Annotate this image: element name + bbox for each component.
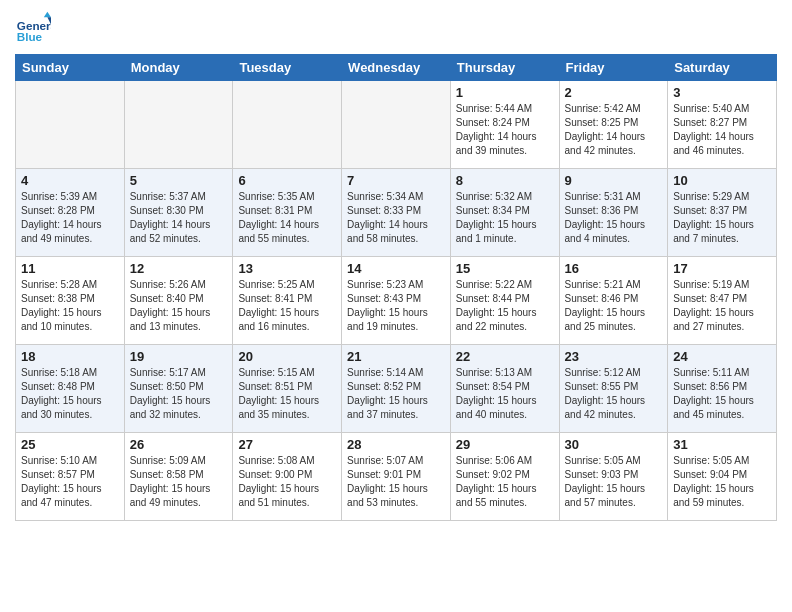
calendar-cell: 11Sunrise: 5:28 AM Sunset: 8:38 PM Dayli… (16, 257, 125, 345)
svg-marker-2 (44, 12, 51, 17)
day-number: 15 (456, 261, 554, 276)
day-number: 21 (347, 349, 445, 364)
calendar-week-1: 1Sunrise: 5:44 AM Sunset: 8:24 PM Daylig… (16, 81, 777, 169)
weekday-header-tuesday: Tuesday (233, 55, 342, 81)
day-info: Sunrise: 5:31 AM Sunset: 8:36 PM Dayligh… (565, 190, 663, 246)
day-number: 19 (130, 349, 228, 364)
calendar-cell: 6Sunrise: 5:35 AM Sunset: 8:31 PM Daylig… (233, 169, 342, 257)
day-number: 24 (673, 349, 771, 364)
day-number: 30 (565, 437, 663, 452)
day-info: Sunrise: 5:26 AM Sunset: 8:40 PM Dayligh… (130, 278, 228, 334)
calendar-table: SundayMondayTuesdayWednesdayThursdayFrid… (15, 54, 777, 521)
day-number: 11 (21, 261, 119, 276)
day-info: Sunrise: 5:44 AM Sunset: 8:24 PM Dayligh… (456, 102, 554, 158)
day-number: 17 (673, 261, 771, 276)
calendar-cell (233, 81, 342, 169)
day-number: 28 (347, 437, 445, 452)
day-info: Sunrise: 5:08 AM Sunset: 9:00 PM Dayligh… (238, 454, 336, 510)
calendar-body: 1Sunrise: 5:44 AM Sunset: 8:24 PM Daylig… (16, 81, 777, 521)
calendar-cell (124, 81, 233, 169)
day-info: Sunrise: 5:18 AM Sunset: 8:48 PM Dayligh… (21, 366, 119, 422)
weekday-header-friday: Friday (559, 55, 668, 81)
calendar-cell: 25Sunrise: 5:10 AM Sunset: 8:57 PM Dayli… (16, 433, 125, 521)
day-info: Sunrise: 5:15 AM Sunset: 8:51 PM Dayligh… (238, 366, 336, 422)
day-info: Sunrise: 5:23 AM Sunset: 8:43 PM Dayligh… (347, 278, 445, 334)
calendar-cell: 27Sunrise: 5:08 AM Sunset: 9:00 PM Dayli… (233, 433, 342, 521)
day-info: Sunrise: 5:05 AM Sunset: 9:04 PM Dayligh… (673, 454, 771, 510)
calendar-cell: 19Sunrise: 5:17 AM Sunset: 8:50 PM Dayli… (124, 345, 233, 433)
day-info: Sunrise: 5:22 AM Sunset: 8:44 PM Dayligh… (456, 278, 554, 334)
day-number: 6 (238, 173, 336, 188)
day-number: 31 (673, 437, 771, 452)
weekday-header-thursday: Thursday (450, 55, 559, 81)
day-info: Sunrise: 5:09 AM Sunset: 8:58 PM Dayligh… (130, 454, 228, 510)
calendar-cell: 12Sunrise: 5:26 AM Sunset: 8:40 PM Dayli… (124, 257, 233, 345)
calendar-cell: 22Sunrise: 5:13 AM Sunset: 8:54 PM Dayli… (450, 345, 559, 433)
day-number: 16 (565, 261, 663, 276)
day-info: Sunrise: 5:05 AM Sunset: 9:03 PM Dayligh… (565, 454, 663, 510)
day-info: Sunrise: 5:14 AM Sunset: 8:52 PM Dayligh… (347, 366, 445, 422)
calendar-cell: 4Sunrise: 5:39 AM Sunset: 8:28 PM Daylig… (16, 169, 125, 257)
calendar-cell: 17Sunrise: 5:19 AM Sunset: 8:47 PM Dayli… (668, 257, 777, 345)
calendar-cell: 26Sunrise: 5:09 AM Sunset: 8:58 PM Dayli… (124, 433, 233, 521)
day-info: Sunrise: 5:12 AM Sunset: 8:55 PM Dayligh… (565, 366, 663, 422)
day-info: Sunrise: 5:39 AM Sunset: 8:28 PM Dayligh… (21, 190, 119, 246)
logo-icon: General Blue (15, 10, 51, 46)
day-info: Sunrise: 5:40 AM Sunset: 8:27 PM Dayligh… (673, 102, 771, 158)
calendar-cell: 24Sunrise: 5:11 AM Sunset: 8:56 PM Dayli… (668, 345, 777, 433)
day-info: Sunrise: 5:17 AM Sunset: 8:50 PM Dayligh… (130, 366, 228, 422)
day-number: 1 (456, 85, 554, 100)
day-number: 12 (130, 261, 228, 276)
logo: General Blue (15, 10, 55, 46)
day-number: 13 (238, 261, 336, 276)
calendar-week-4: 18Sunrise: 5:18 AM Sunset: 8:48 PM Dayli… (16, 345, 777, 433)
day-info: Sunrise: 5:28 AM Sunset: 8:38 PM Dayligh… (21, 278, 119, 334)
calendar-cell: 1Sunrise: 5:44 AM Sunset: 8:24 PM Daylig… (450, 81, 559, 169)
calendar-cell: 14Sunrise: 5:23 AM Sunset: 8:43 PM Dayli… (342, 257, 451, 345)
day-number: 14 (347, 261, 445, 276)
day-number: 7 (347, 173, 445, 188)
calendar-cell: 13Sunrise: 5:25 AM Sunset: 8:41 PM Dayli… (233, 257, 342, 345)
day-info: Sunrise: 5:07 AM Sunset: 9:01 PM Dayligh… (347, 454, 445, 510)
page-header: General Blue (15, 10, 777, 46)
day-number: 8 (456, 173, 554, 188)
calendar-header-row: SundayMondayTuesdayWednesdayThursdayFrid… (16, 55, 777, 81)
calendar-cell: 29Sunrise: 5:06 AM Sunset: 9:02 PM Dayli… (450, 433, 559, 521)
calendar-cell: 16Sunrise: 5:21 AM Sunset: 8:46 PM Dayli… (559, 257, 668, 345)
day-info: Sunrise: 5:10 AM Sunset: 8:57 PM Dayligh… (21, 454, 119, 510)
day-number: 22 (456, 349, 554, 364)
day-number: 18 (21, 349, 119, 364)
calendar-cell: 18Sunrise: 5:18 AM Sunset: 8:48 PM Dayli… (16, 345, 125, 433)
day-info: Sunrise: 5:32 AM Sunset: 8:34 PM Dayligh… (456, 190, 554, 246)
calendar-cell: 8Sunrise: 5:32 AM Sunset: 8:34 PM Daylig… (450, 169, 559, 257)
weekday-header-wednesday: Wednesday (342, 55, 451, 81)
day-number: 5 (130, 173, 228, 188)
weekday-header-monday: Monday (124, 55, 233, 81)
day-number: 27 (238, 437, 336, 452)
calendar-week-5: 25Sunrise: 5:10 AM Sunset: 8:57 PM Dayli… (16, 433, 777, 521)
day-number: 4 (21, 173, 119, 188)
day-info: Sunrise: 5:34 AM Sunset: 8:33 PM Dayligh… (347, 190, 445, 246)
day-number: 23 (565, 349, 663, 364)
day-number: 2 (565, 85, 663, 100)
weekday-header-saturday: Saturday (668, 55, 777, 81)
calendar-cell: 15Sunrise: 5:22 AM Sunset: 8:44 PM Dayli… (450, 257, 559, 345)
day-info: Sunrise: 5:25 AM Sunset: 8:41 PM Dayligh… (238, 278, 336, 334)
day-number: 20 (238, 349, 336, 364)
day-number: 3 (673, 85, 771, 100)
day-info: Sunrise: 5:13 AM Sunset: 8:54 PM Dayligh… (456, 366, 554, 422)
day-info: Sunrise: 5:06 AM Sunset: 9:02 PM Dayligh… (456, 454, 554, 510)
day-info: Sunrise: 5:21 AM Sunset: 8:46 PM Dayligh… (565, 278, 663, 334)
calendar-cell (342, 81, 451, 169)
calendar-cell: 2Sunrise: 5:42 AM Sunset: 8:25 PM Daylig… (559, 81, 668, 169)
calendar-cell (16, 81, 125, 169)
day-number: 26 (130, 437, 228, 452)
day-info: Sunrise: 5:11 AM Sunset: 8:56 PM Dayligh… (673, 366, 771, 422)
calendar-cell: 5Sunrise: 5:37 AM Sunset: 8:30 PM Daylig… (124, 169, 233, 257)
calendar-week-3: 11Sunrise: 5:28 AM Sunset: 8:38 PM Dayli… (16, 257, 777, 345)
day-number: 29 (456, 437, 554, 452)
calendar-cell: 9Sunrise: 5:31 AM Sunset: 8:36 PM Daylig… (559, 169, 668, 257)
calendar-cell: 3Sunrise: 5:40 AM Sunset: 8:27 PM Daylig… (668, 81, 777, 169)
day-info: Sunrise: 5:42 AM Sunset: 8:25 PM Dayligh… (565, 102, 663, 158)
calendar-cell: 21Sunrise: 5:14 AM Sunset: 8:52 PM Dayli… (342, 345, 451, 433)
